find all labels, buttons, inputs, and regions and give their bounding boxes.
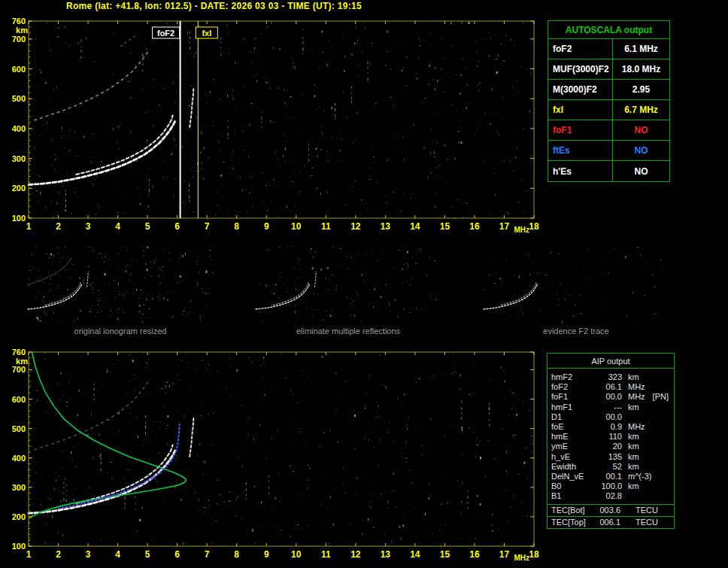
x-tick-label: 18 xyxy=(529,549,539,560)
aip-row-unit xyxy=(628,491,670,501)
aip-row-value: 00.0 xyxy=(598,392,628,402)
aip-row-value: 110 xyxy=(598,432,628,442)
x-tick-label: 7 xyxy=(205,221,210,232)
x-tick-label: 13 xyxy=(381,221,391,232)
y-tick-label: 700 xyxy=(12,35,26,44)
x-tick-label: 3 xyxy=(86,221,91,232)
aip-row-hmE: hmE110km xyxy=(548,432,674,442)
y-axis-unit: km xyxy=(16,26,28,35)
x-tick-label: 7 xyxy=(205,549,210,560)
x-tick-label: 12 xyxy=(350,221,361,232)
autoscala-table-rows: foF26.1 MHzMUF(3000)F218.0 MHzM(3000)F22… xyxy=(548,39,669,181)
y-tick-label: 400 xyxy=(12,454,26,463)
x-tick-label: 1 xyxy=(26,221,32,232)
autoscala-row-MUF(3000)F2: MUF(3000)F218.0 MHz xyxy=(548,59,669,80)
y-axis-unit: km xyxy=(16,357,28,366)
trace-f2-trace-o-mode xyxy=(29,449,176,513)
autoscala-row-fxI: fxI6.7 MHz xyxy=(548,100,669,120)
y-tick-label: 760 xyxy=(12,348,26,357)
x-tick-label: 2 xyxy=(56,549,61,560)
trace-f2-trace-x-mode xyxy=(45,282,80,305)
x-tick-label: 4 xyxy=(115,221,120,232)
autoscala-row-label: foF1 xyxy=(548,120,613,140)
y-tick-label: 100 xyxy=(12,214,26,223)
aip-row-label: foF2 xyxy=(551,382,598,392)
autoscala-row-label: h'Es xyxy=(548,161,613,181)
aip-row-unit: MHz xyxy=(628,382,670,392)
autoscala-row-h'Es: h'EsNO xyxy=(548,161,669,181)
x-tick-label: 10 xyxy=(291,221,302,232)
autoscala-row-value: NO xyxy=(613,141,669,160)
y-tick-label: 300 xyxy=(12,483,26,492)
aip-row-unit: MHz xyxy=(628,422,670,432)
aip-row-label: h_vE xyxy=(551,452,598,462)
aip-row-unit: km xyxy=(628,462,670,472)
x-tick-label: 6 xyxy=(174,549,180,560)
bottom-ionogram-plot: 123456789101112131415161718MHz7607006005… xyxy=(0,340,549,567)
x-tick-label: 11 xyxy=(321,549,331,560)
x-tick-label: 5 xyxy=(145,221,150,232)
aip-row-unit: km xyxy=(628,402,670,412)
thumbnail-caption-2: evidence F2 trace xyxy=(482,327,670,336)
autoscala-row-label: MUF(3000)F2 xyxy=(548,59,613,79)
trace-f2-trace-o-mode xyxy=(28,284,82,309)
y-tick-label: 200 xyxy=(12,512,26,521)
x-tick-label: 3 xyxy=(86,549,91,560)
trace-x-mode-cusp xyxy=(190,88,193,127)
aip-row-DelN_vE: DelN_vE00.1m^(-3) xyxy=(548,472,674,481)
x-tick-label: 16 xyxy=(469,549,480,560)
aip-row-value: 20 xyxy=(598,442,628,451)
aip-row-unit: km xyxy=(628,442,670,451)
aip-row-unit: km xyxy=(628,452,670,462)
autoscala-row-ftEs: ftEsNO xyxy=(548,141,669,161)
aip-row-hmF1: hmF1---km xyxy=(548,402,674,412)
autoscala-row-label: M(3000)F2 xyxy=(548,80,613,99)
autoscala-output-table: AUTOSCALA output foF26.1 MHzMUF(3000)F21… xyxy=(548,20,670,182)
trace-x-mode-cusp xyxy=(190,418,193,457)
aip-row-unit: km xyxy=(628,372,670,382)
aip-row-label: ymE xyxy=(551,442,598,451)
aip-row-D1: D100.0 xyxy=(548,412,674,422)
aip-row-B0: B0100.0km xyxy=(548,481,674,491)
x-tick-label: 15 xyxy=(440,221,450,232)
aip-row-label: hmE xyxy=(551,432,598,442)
x-tick-label: 9 xyxy=(264,221,269,232)
y-tick-label: 500 xyxy=(12,94,26,103)
x-tick-label: 8 xyxy=(234,549,239,560)
aip-row-value: 00.0 xyxy=(598,412,628,422)
x-axis-unit: MHz xyxy=(514,554,529,562)
trace-second-hop-trace xyxy=(35,50,149,120)
trace-second-hop-upper xyxy=(121,35,136,46)
x-tick-label: 17 xyxy=(499,549,510,560)
aip-row-h_vE: h_vE135km xyxy=(548,452,674,462)
y-tick-label: 400 xyxy=(12,124,26,133)
trace-f2-trace-x-mode xyxy=(273,282,308,305)
x-tick-label: 17 xyxy=(499,221,510,232)
thumbnail-caption-0: original ionogram resized xyxy=(26,327,214,336)
x-tick-label: 14 xyxy=(410,549,420,560)
plot-border xyxy=(29,21,534,218)
aip-row-value: 02.8 xyxy=(598,491,628,501)
aip-row-value: --- xyxy=(598,402,628,412)
tec-top-row: TEC[Top]006.1TECU xyxy=(547,517,675,529)
autoscala-row-foF2: foF26.1 MHz xyxy=(548,39,669,59)
aip-row-value: 52 xyxy=(598,462,628,472)
y-tick-label: 300 xyxy=(12,154,26,163)
trace-f2-trace-x-mode xyxy=(76,115,173,175)
aip-row-unit: MHz[PN] xyxy=(628,392,670,402)
aip-output-table: AIP output hmF2323kmfoF206.1MHzfoF100.0M… xyxy=(547,353,675,529)
autoscala-row-label: ftEs xyxy=(548,141,613,160)
thumbnail-original-ionogram xyxy=(26,245,214,323)
aip-row-hmF2: hmF2323km xyxy=(548,372,674,382)
y-tick-label: 760 xyxy=(12,17,26,26)
trace-x-mode-cusp xyxy=(86,272,88,287)
aip-row-B1: B102.8 xyxy=(548,491,674,501)
aip-table-rows: hmF2323kmfoF206.1MHzfoF100.0MHz[PN]hmF1-… xyxy=(548,372,674,502)
trace-f2-trace-o-mode xyxy=(29,120,176,185)
aip-table-main: AIP output hmF2323kmfoF206.1MHzfoF100.0M… xyxy=(547,353,675,517)
y-tick-label: 700 xyxy=(12,365,26,374)
x-tick-label: 15 xyxy=(440,549,450,560)
x-tick-label: 5 xyxy=(145,549,150,560)
aip-row-value: 0.9 xyxy=(598,422,628,432)
plot-border xyxy=(29,352,534,546)
